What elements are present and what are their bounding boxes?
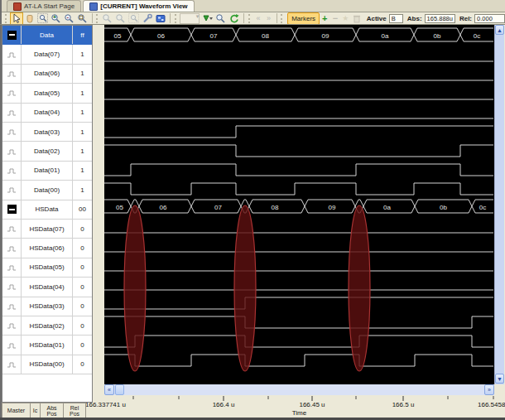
waveform-canvas[interactable]: 05060708090a0b0c05060708090a0b0c <box>104 25 494 384</box>
footer-col-master: Master <box>2 403 30 418</box>
select-cursor-icon[interactable] <box>10 12 23 25</box>
signal-value: 1 <box>73 109 92 116</box>
signal-row-data06[interactable]: Data(06)1 <box>2 65 92 84</box>
zoom-prev-icon[interactable] <box>101 12 114 25</box>
scroll-right-icon[interactable]: » <box>484 384 494 395</box>
bit-signal-icon <box>7 282 17 291</box>
add-marker-icon[interactable]: + <box>320 12 330 25</box>
bit-signal-icon <box>7 51 17 59</box>
signal-row-hsdata02[interactable]: HSData(02)0 <box>2 316 92 336</box>
zoom-next-icon[interactable] <box>114 12 127 25</box>
signal-name: HSData <box>22 200 73 219</box>
time-ticks <box>79 396 505 401</box>
signal-row-hsdata06[interactable]: HSData(06)0 <box>2 239 92 258</box>
pan-hand-icon[interactable] <box>23 12 36 25</box>
board-setup-icon[interactable] <box>154 12 167 25</box>
signal-name: HSData(06) <box>22 239 73 257</box>
svg-text:05: 05 <box>116 204 123 211</box>
tab-waveform-view[interactable]: [CURRENT] Waveform View <box>83 0 194 12</box>
bit-signal-icon <box>7 302 17 311</box>
rel-field[interactable]: 0.000 <box>474 14 505 23</box>
tools-wrench-icon[interactable] <box>141 12 154 25</box>
signal-name: Data(03) <box>22 123 73 141</box>
signal-row-data02[interactable]: Data(02)1 <box>2 142 92 161</box>
waveform-svg: 05060708090a0b0c05060708090a0b0c <box>104 26 494 384</box>
signal-row-hsdata03[interactable]: HSData(03)0 <box>2 297 92 316</box>
signal-value: 0 <box>73 263 92 271</box>
svg-text:08: 08 <box>272 204 279 211</box>
time-label-2: 166.45 u <box>299 401 325 408</box>
time-label-right: 166.54587 <box>478 401 505 408</box>
tab-start-page[interactable]: AT-LA Start Page <box>7 0 81 12</box>
prev-edge-icon[interactable]: « <box>253 12 264 25</box>
signal-value: 0 <box>73 341 92 349</box>
signal-row-data00[interactable]: Data(00)1 <box>2 181 92 200</box>
refresh-icon[interactable] <box>228 12 241 25</box>
signal-name: HSData(02) <box>22 316 73 335</box>
vertical-scrollbar[interactable]: ▲ ▼ <box>494 25 504 384</box>
bit-signal-icon <box>7 89 17 97</box>
signal-row-bus-data[interactable]: Dataff <box>2 26 92 45</box>
signal-row-hsdata00[interactable]: HSData(00)0 <box>2 355 92 374</box>
signal-name: Data(02) <box>22 142 73 160</box>
signal-row-hsdata05[interactable]: HSData(05)0 <box>2 258 92 278</box>
signal-name: HSData(04) <box>22 278 73 296</box>
tab-start-page-label: AT-LA Start Page <box>24 2 75 10</box>
signal-row-data07[interactable]: Data(07)1 <box>2 45 92 64</box>
signal-value: 1 <box>73 70 92 77</box>
svg-text:09: 09 <box>322 32 329 40</box>
bit-signal-icon <box>7 263 17 272</box>
bit-signal-icon <box>7 167 17 175</box>
glitch-ellipse <box>234 205 256 371</box>
signal-row-data04[interactable]: Data(04)1 <box>2 104 92 123</box>
markers-button[interactable]: Markers <box>287 12 320 25</box>
signal-row-hsdata04[interactable]: HSData(04)0 <box>2 278 92 297</box>
zoom-last-icon[interactable] <box>127 12 141 25</box>
footer-col-abs: AbsPos <box>40 403 63 418</box>
signal-name: HSData(00) <box>22 355 73 374</box>
abs-field[interactable]: 165.888u <box>425 14 455 23</box>
zoom-in-icon[interactable]: + <box>50 12 63 25</box>
active-marker-field[interactable]: B <box>389 14 403 23</box>
bit-signal-icon <box>7 128 17 136</box>
tab-bar: AT-LA Start Page [CURRENT] Waveform View <box>2 0 505 12</box>
next-edge-icon[interactable]: » <box>263 12 274 25</box>
signal-name: HSData(07) <box>22 220 73 238</box>
collapse-minus-icon[interactable] <box>7 205 17 214</box>
svg-text:06: 06 <box>160 204 167 211</box>
toolbar-grip <box>5 14 8 23</box>
horizontal-scroll-thumb[interactable] <box>115 384 124 395</box>
svg-text:0b: 0b <box>434 32 441 40</box>
signal-row-data03[interactable]: Data(03)1 <box>2 123 92 142</box>
signal-value: 0 <box>73 302 92 310</box>
glitch-ellipse <box>124 205 146 371</box>
search-icon[interactable] <box>214 12 228 25</box>
zoom-out-icon[interactable]: - <box>63 12 76 25</box>
scale-combobox[interactable] <box>180 13 200 24</box>
signal-row-bus-hsdata[interactable]: HSData00 <box>2 200 92 220</box>
scroll-left-icon[interactable]: « <box>104 384 114 395</box>
goto-dropdown-icon[interactable] <box>200 12 214 25</box>
zoom-fit-icon[interactable] <box>76 12 89 25</box>
signal-value: 1 <box>73 51 92 58</box>
bit-signal-icon <box>7 321 17 330</box>
zoom-region-icon[interactable] <box>36 12 50 25</box>
favorite-marker-icon[interactable]: ★ <box>340 12 351 25</box>
signal-name: Data(01) <box>22 162 73 180</box>
svg-text:05: 05 <box>114 32 122 40</box>
remove-marker-icon[interactable]: − <box>330 12 341 25</box>
collapse-minus-icon[interactable] <box>7 31 17 40</box>
waveform-view-icon <box>89 2 98 11</box>
horizontal-scrollbar[interactable]: « » <box>104 384 494 395</box>
signal-row-data01[interactable]: Data(01)1 <box>2 162 92 181</box>
toolbar-grip <box>96 14 99 23</box>
scroll-down-icon[interactable]: ▼ <box>495 374 504 384</box>
signal-row-data05[interactable]: Data(05)1 <box>2 84 92 103</box>
scroll-up-icon[interactable]: ▲ <box>495 25 504 35</box>
svg-text:06: 06 <box>157 32 165 40</box>
svg-text:0b: 0b <box>440 204 447 211</box>
signal-row-hsdata07[interactable]: HSData(07)0 <box>2 220 92 239</box>
signal-row-hsdata01[interactable]: HSData(01)0 <box>2 336 92 355</box>
delete-marker-icon[interactable] <box>351 12 363 25</box>
signal-panel[interactable]: DataffData(07)1Data(06)1Data(05)1Data(04… <box>2 25 93 403</box>
